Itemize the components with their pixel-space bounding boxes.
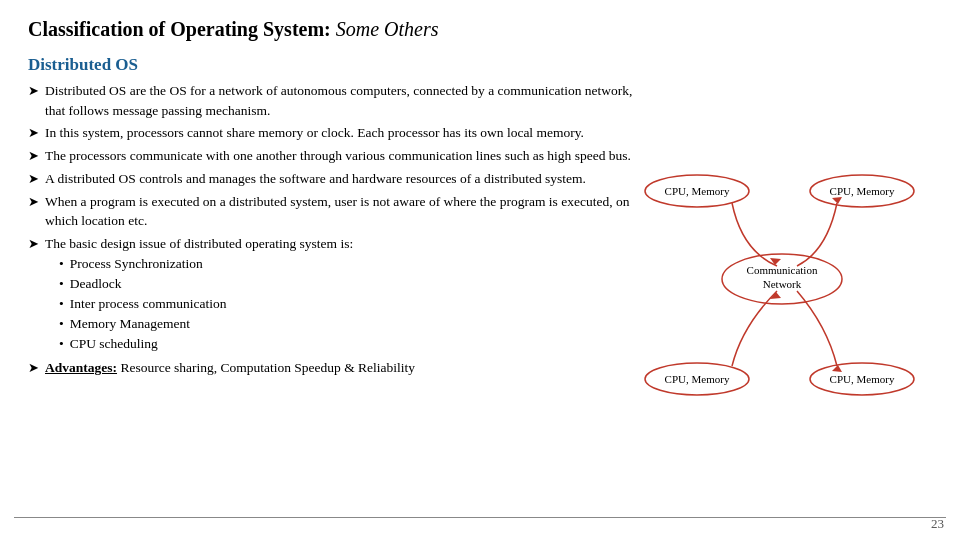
bullet-text: When a program is executed on a distribu… bbox=[45, 192, 642, 231]
list-item: ➤ Advantages: Resource sharing, Computat… bbox=[28, 358, 642, 378]
content-area: ➤ Distributed OS are the OS for a networ… bbox=[28, 81, 932, 421]
bullet-text: The basic design issue of distributed op… bbox=[45, 236, 353, 251]
dot-icon: • bbox=[59, 335, 64, 354]
subitem-text: Memory Management bbox=[70, 315, 190, 334]
list-item: ➤ A distributed OS controls and manages … bbox=[28, 169, 642, 189]
arrow-icon: ➤ bbox=[28, 193, 39, 212]
network-diagram: CPU, Memory CPU, Memory Communication Ne… bbox=[642, 161, 932, 421]
svg-text:CPU, Memory: CPU, Memory bbox=[665, 185, 730, 197]
dot-icon: • bbox=[59, 295, 64, 314]
advantages-label: Advantages: bbox=[45, 360, 117, 375]
dot-icon: • bbox=[59, 275, 64, 294]
list-item: •Process Synchronization bbox=[59, 255, 353, 274]
sub-list: •Process Synchronization •Deadlock •Inte… bbox=[45, 255, 353, 353]
arrow-icon: ➤ bbox=[28, 147, 39, 166]
bullet-subitems: The basic design issue of distributed op… bbox=[45, 234, 353, 355]
list-item: •CPU scheduling bbox=[59, 335, 353, 354]
list-item: ➤ When a program is executed on a distri… bbox=[28, 192, 642, 231]
diagram-area: CPU, Memory CPU, Memory Communication Ne… bbox=[642, 161, 932, 421]
list-item: •Deadlock bbox=[59, 275, 353, 294]
section-heading: Distributed OS bbox=[28, 55, 932, 75]
svg-text:Network: Network bbox=[763, 278, 802, 290]
bullet-list: ➤ Distributed OS are the OS for a networ… bbox=[28, 81, 642, 378]
text-column: ➤ Distributed OS are the OS for a networ… bbox=[28, 81, 642, 421]
list-item: ➤ In this system, processors cannot shar… bbox=[28, 123, 642, 143]
bullet-text: The processors communicate with one anot… bbox=[45, 146, 631, 166]
arrow-icon: ➤ bbox=[28, 82, 39, 101]
advantages-text: Advantages: Resource sharing, Computatio… bbox=[45, 358, 415, 378]
bullet-text: In this system, processors cannot share … bbox=[45, 123, 584, 143]
dot-icon: • bbox=[59, 255, 64, 274]
title-main: Classification of Operating System: bbox=[28, 18, 331, 40]
subitem-text: Process Synchronization bbox=[70, 255, 203, 274]
arrow-icon: ➤ bbox=[28, 124, 39, 143]
bullet-text: A distributed OS controls and manages th… bbox=[45, 169, 586, 189]
dot-icon: • bbox=[59, 315, 64, 334]
page: Classification of Operating System: Some… bbox=[0, 0, 960, 540]
svg-marker-12 bbox=[832, 197, 842, 204]
title-subtitle: Some Others bbox=[336, 18, 439, 40]
list-item: ➤ The basic design issue of distributed … bbox=[28, 234, 642, 355]
svg-text:CPU, Memory: CPU, Memory bbox=[665, 373, 730, 385]
page-title: Classification of Operating System: Some… bbox=[28, 18, 932, 41]
list-item: ➤ The processors communicate with one an… bbox=[28, 146, 642, 166]
arrow-icon: ➤ bbox=[28, 170, 39, 189]
page-number: 23 bbox=[931, 516, 944, 532]
list-item: •Inter process communication bbox=[59, 295, 353, 314]
subitem-text: Deadlock bbox=[70, 275, 122, 294]
list-item: •Memory Management bbox=[59, 315, 353, 334]
bullet-text: Distributed OS are the OS for a network … bbox=[45, 81, 642, 120]
arrow-icon: ➤ bbox=[28, 359, 39, 378]
subitem-text: CPU scheduling bbox=[70, 335, 158, 354]
svg-text:CPU, Memory: CPU, Memory bbox=[830, 373, 895, 385]
bottom-line bbox=[14, 517, 946, 518]
subitem-text: Inter process communication bbox=[70, 295, 227, 314]
arrow-icon: ➤ bbox=[28, 235, 39, 254]
list-item: ➤ Distributed OS are the OS for a networ… bbox=[28, 81, 642, 120]
advantages-desc: Resource sharing, Computation Speedup & … bbox=[120, 360, 415, 375]
svg-text:Communication: Communication bbox=[747, 264, 818, 276]
svg-text:CPU, Memory: CPU, Memory bbox=[830, 185, 895, 197]
